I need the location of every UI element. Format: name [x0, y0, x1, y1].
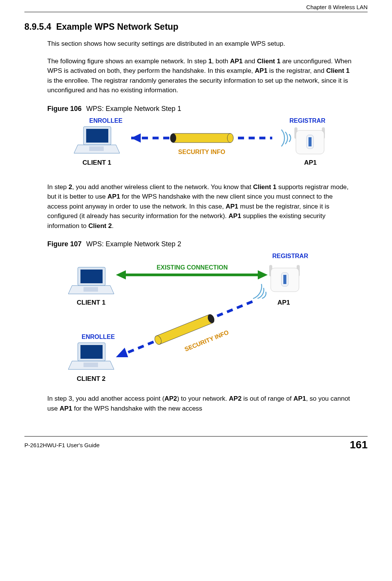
section-heading: 8.9.5.4 Example WPS Network Setup — [24, 22, 368, 32]
svg-rect-1 — [86, 129, 108, 143]
text-run: , you add another wireless client to the… — [72, 183, 253, 191]
text-bold: AP1 — [228, 212, 241, 220]
figure-title: WPS: Example Network Step 1 — [86, 105, 181, 112]
laptop-icon — [74, 127, 120, 153]
label-security-info: SECURITY INFO — [178, 149, 225, 155]
text-bold: Client 1 — [257, 58, 280, 65]
label-enrollee: ENROLLEE — [89, 117, 122, 124]
text-run: In step 3, you add another access point … — [47, 395, 164, 402]
figure-number: Figure 106 — [47, 105, 82, 112]
arrowhead-right-icon — [258, 270, 268, 279]
figure-caption: Figure 107WPS: Example Network Step 2 — [47, 240, 368, 248]
text-run: In step — [47, 183, 69, 191]
text-bold: AP2 — [229, 395, 241, 402]
label-client1: CLIENT 1 — [77, 299, 106, 306]
ap-icon — [294, 127, 325, 154]
svg-rect-12 — [80, 270, 103, 283]
text-bold: Client 1 — [253, 183, 276, 191]
svg-rect-18 — [283, 275, 286, 284]
text-bold: Client 2 — [88, 222, 112, 230]
text-run: The following figure shows an example ne… — [47, 58, 208, 65]
svg-rect-2 — [89, 146, 104, 151]
label-client1: CLIENT 1 — [82, 159, 111, 166]
section-title: Example WPS Network Setup — [56, 22, 178, 32]
text-run: for the WPS handshake with the new acces… — [72, 405, 202, 412]
wifi-icon — [281, 130, 291, 146]
page-footer: P-2612HWU-F1 User's Guide 161 — [24, 436, 368, 451]
label-registrar: REGISTRAR — [289, 117, 326, 124]
svg-rect-8 — [173, 133, 230, 143]
label-existing-connection: EXISTING CONNECTION — [157, 264, 228, 271]
text-run: and — [243, 58, 257, 65]
text-bold: Client 1 — [326, 67, 349, 74]
figure-number: Figure 107 — [47, 240, 82, 248]
figure-title: WPS: Example Network Step 2 — [86, 240, 181, 248]
label-client2: CLIENT 2 — [77, 375, 106, 382]
paragraph: This section shows how security settings… — [47, 39, 352, 49]
wifi-icon — [253, 284, 270, 303]
text-run: , both — [212, 58, 230, 65]
svg-rect-7 — [308, 137, 312, 146]
figure-107-diagram: REGISTRAR CLIENT 1 AP1 EXIST — [55, 251, 368, 386]
svg-rect-21 — [84, 363, 98, 367]
paragraph: In step 2, you add another wireless clie… — [47, 182, 352, 231]
svg-rect-13 — [84, 287, 98, 292]
footer-page-number: 161 — [350, 439, 368, 451]
text-bold: AP1 — [108, 193, 120, 200]
ap-icon — [269, 265, 300, 292]
text-bold: AP1 — [59, 405, 72, 412]
text-run: ) to your network. — [177, 395, 229, 402]
arrowhead-icon — [116, 348, 128, 357]
chapter-header: Chapter 8 Wireless LAN — [24, 4, 368, 10]
label-enrollee: ENROLLEE — [82, 334, 115, 340]
text-bold: AP1 — [255, 67, 267, 74]
figure-106-diagram: ENROLLEE REGISTRAR CLIENT 1 — [55, 116, 368, 175]
footer-guide-name: P-2612HWU-F1 User's Guide — [24, 442, 100, 448]
svg-point-10 — [227, 133, 233, 143]
text-bold: AP2 — [164, 395, 177, 402]
arrowhead-icon — [131, 133, 141, 143]
label-ap1: AP1 — [304, 159, 316, 166]
arrowhead-left-icon — [116, 270, 126, 279]
text-run: . — [112, 222, 114, 230]
text-run: is the enrollee. The registrar randomly … — [47, 77, 348, 94]
text-run: is out of range of — [241, 395, 293, 402]
text-bold: AP1 — [230, 58, 243, 65]
text-run: is the registrar, and — [267, 67, 326, 74]
text-bold: 2 — [69, 183, 72, 191]
text-bold: AP1 — [226, 203, 238, 210]
laptop-icon — [68, 267, 114, 294]
svg-point-9 — [170, 133, 176, 143]
svg-rect-20 — [80, 345, 103, 359]
text-bold: 1 — [208, 58, 212, 65]
label-security-info: SECURITY INFO — [184, 329, 230, 353]
text-bold: AP1 — [293, 395, 306, 402]
security-tube-icon — [170, 133, 233, 143]
paragraph: The following figure shows an example ne… — [47, 56, 352, 95]
figure-caption: Figure 106WPS: Example Network Step 1 — [47, 105, 368, 113]
laptop-icon — [68, 343, 114, 369]
top-rule — [24, 12, 368, 12]
paragraph: In step 3, you add another access point … — [47, 394, 352, 413]
section-number: 8.9.5.4 — [24, 22, 51, 32]
label-registrar: REGISTRAR — [272, 253, 308, 259]
label-ap1: AP1 — [277, 299, 290, 306]
